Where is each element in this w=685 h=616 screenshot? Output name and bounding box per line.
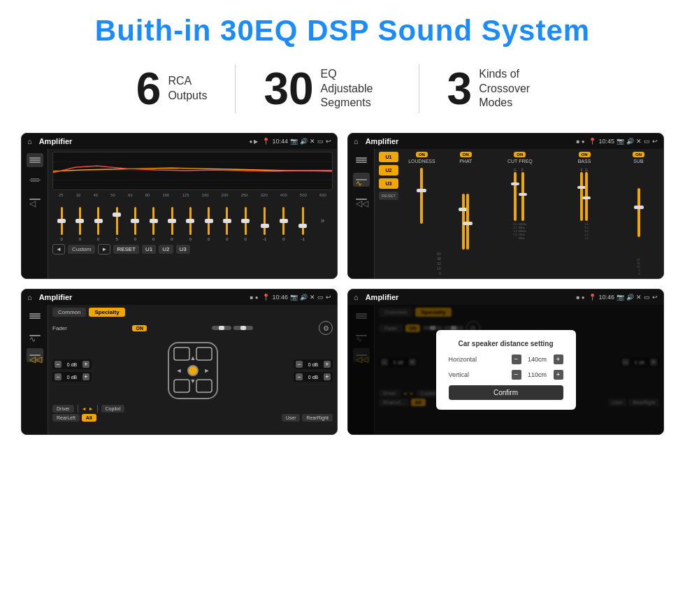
btn-driver-3[interactable]: Driver xyxy=(52,405,74,413)
speaker-icon-3[interactable]: ◁◁ xyxy=(27,348,43,362)
settings-icon-3[interactable]: ⚙ xyxy=(319,321,333,335)
left-vol-2-minus[interactable]: − xyxy=(55,373,62,380)
wave-icon[interactable] xyxy=(27,173,43,187)
right-vol-1-minus[interactable]: − xyxy=(296,361,303,368)
ch-cutfreq: ON CUT FREQ G 3.02.11.30.5 xyxy=(489,152,551,275)
eq-icon-3[interactable] xyxy=(27,309,43,323)
btn-copilot-3[interactable]: Copilot xyxy=(101,405,125,413)
eq-u3-button[interactable]: U3 xyxy=(176,245,190,254)
btn-rearleft-3[interactable]: RearLeft xyxy=(52,414,80,422)
toggle-phat[interactable]: ON xyxy=(460,152,472,157)
toggle-cutfreq[interactable]: ON xyxy=(514,152,526,157)
eq-controls: ◄ Custom ► RESET U1 U2 U3 xyxy=(52,244,333,255)
left-vol-2-value: 0 dB xyxy=(63,375,81,380)
distance-screen-card: ⌂ Amplifier ■ ● 📍 10:46 📷🔊✕▭↩ ∿ xyxy=(347,289,664,435)
fader-slider-h[interactable] xyxy=(212,326,231,330)
eq-next-button[interactable]: ► xyxy=(98,244,110,255)
eq-u1-button[interactable]: U1 xyxy=(142,245,156,254)
btn-user-3[interactable]: User xyxy=(282,414,301,422)
toggle-sub[interactable]: ON xyxy=(633,152,644,157)
eq-slider-2[interactable]: 0 xyxy=(97,207,99,241)
eq-reset-button[interactable]: RESET xyxy=(113,245,139,254)
equalizer-icon[interactable] xyxy=(27,153,43,167)
speaker-icon-2[interactable]: ◁◁ xyxy=(353,192,370,206)
svg-text:◄: ◄ xyxy=(175,367,182,374)
horizontal-minus-button[interactable]: − xyxy=(512,354,521,364)
eq-curve-svg xyxy=(53,152,332,189)
eq-sliders: 0 0 0 xyxy=(52,199,333,241)
eq-screen-card: ⌂ Amplifier ● ▶ 📍 10:44 📷🔊✕▭↩ xyxy=(21,133,338,279)
left-vol-2: − 0 dB + xyxy=(52,372,92,382)
fader-toggle[interactable]: ON xyxy=(132,325,147,331)
horizontal-plus-button[interactable]: + xyxy=(554,354,563,364)
svg-rect-7 xyxy=(196,380,212,392)
wave-icon-3[interactable]: ∿ xyxy=(27,329,43,343)
fader-slider-h2[interactable] xyxy=(233,326,253,330)
eq-slider-9[interactable]: 0 xyxy=(226,207,228,241)
eq-prev-button[interactable]: ◄ xyxy=(52,244,65,255)
status-dots-3: ■ ● xyxy=(250,294,259,301)
eq-freq-labels: 25 32 40 50 63 80 100 125 160 200 250 32… xyxy=(52,193,333,197)
preset-u1-button[interactable]: U1 xyxy=(379,152,398,162)
stat-rca: 6 RCAOutputs xyxy=(108,66,236,111)
eq-slider-5[interactable]: 0 xyxy=(152,207,154,241)
toggle-bass[interactable]: ON xyxy=(579,152,591,157)
horizontal-ctrl: − 140cm + xyxy=(512,354,563,364)
confirm-button[interactable]: Confirm xyxy=(449,385,563,400)
right-vol-2: − 0 dB + xyxy=(294,372,333,382)
ch-bass: ON BASS F G xyxy=(554,152,615,275)
right-vol-2-plus[interactable]: + xyxy=(324,373,331,380)
left-arrow-3[interactable]: ◄ xyxy=(82,406,87,411)
eq-u2-button[interactable]: U2 xyxy=(159,245,173,254)
eq-slider-1[interactable]: 0 xyxy=(79,207,81,241)
status-icons-3: 📍 10:46 📷🔊✕▭↩ xyxy=(262,294,331,301)
btn-rearright-3[interactable]: RearRight xyxy=(302,414,333,422)
reset-crossover-button[interactable]: RESET xyxy=(379,192,398,200)
tab-specialty-3[interactable]: Specialty xyxy=(89,308,124,317)
home-icon-4[interactable]: ⌂ xyxy=(354,293,359,301)
right-arrow-3[interactable]: ► xyxy=(89,406,94,411)
crossover-main: U1 U2 U3 RESET ON LOUDNESS xyxy=(375,149,663,278)
eq-screen-content: ◁ xyxy=(22,149,337,278)
vertical-minus-button[interactable]: − xyxy=(512,370,521,380)
eq-slider-6[interactable]: 0 xyxy=(171,207,173,241)
car-diagram-3: ▲ ▼ ◄ ► xyxy=(161,339,224,402)
right-vol-controls: − 0 dB + − 0 dB + xyxy=(294,359,333,382)
vertical-label: Vertical xyxy=(449,371,470,378)
app-name-2: Amplifier xyxy=(366,137,571,145)
home-icon-1[interactable]: ⌂ xyxy=(27,137,32,145)
btn-all-3[interactable]: All xyxy=(82,414,96,422)
left-vol-1-minus[interactable]: − xyxy=(55,361,62,368)
wave-icon-2[interactable]: ∿ xyxy=(353,173,370,187)
eq-slider-10[interactable]: 0 xyxy=(245,207,247,241)
eq-slider-4[interactable]: 0 xyxy=(134,207,136,241)
preset-u3-button[interactable]: U3 xyxy=(379,178,398,189)
speaker-icon[interactable]: ◁ xyxy=(27,192,43,206)
eq-slider-12[interactable]: 0 xyxy=(282,207,284,241)
time-4: 10:46 xyxy=(598,294,614,301)
preset-u2-button[interactable]: U2 xyxy=(379,165,398,176)
home-icon-2[interactable]: ⌂ xyxy=(354,137,359,145)
left-vol-1-plus[interactable]: + xyxy=(82,361,89,368)
eq-slider-13[interactable]: -1 xyxy=(301,207,305,241)
right-vol-1-plus[interactable]: + xyxy=(324,361,331,368)
eq-slider-8[interactable]: 0 xyxy=(208,207,210,241)
left-vol-2-plus[interactable]: + xyxy=(82,373,89,380)
ch-sub: ON SUB 20151050 xyxy=(618,152,659,275)
vertical-plus-button[interactable]: + xyxy=(554,370,563,380)
toggle-loudness[interactable]: ON xyxy=(416,152,428,157)
right-vol-2-minus[interactable]: − xyxy=(296,373,303,380)
eq-slider-3[interactable]: 5 xyxy=(115,207,117,241)
stat-eq: 30 EQ AdjustableSegments xyxy=(236,66,418,111)
crossover-screen-content: ∿ ◁◁ U1 U2 U3 RESET xyxy=(348,149,663,278)
eq-slider-11[interactable]: -1 xyxy=(263,207,266,241)
eq-icon-2[interactable] xyxy=(353,153,370,167)
speaker-layout-3: − 0 dB + − 0 dB + xyxy=(52,339,333,402)
modal-title: Car speaker distance setting xyxy=(449,340,563,348)
eq-slider-7[interactable]: 0 xyxy=(189,207,192,241)
svg-rect-5 xyxy=(196,348,212,360)
home-icon-3[interactable]: ⌂ xyxy=(27,293,32,301)
tab-common-3[interactable]: Common xyxy=(52,308,86,317)
app-name-1: Amplifier xyxy=(39,137,244,145)
eq-slider-0[interactable]: 0 xyxy=(60,207,62,241)
